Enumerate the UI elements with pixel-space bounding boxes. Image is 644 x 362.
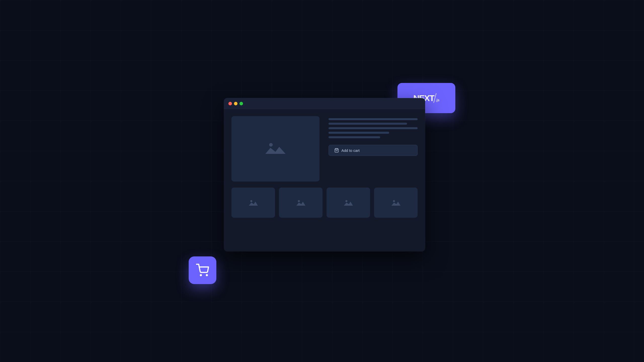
scene: NEXT .js bbox=[209, 93, 435, 269]
cart-badge-icon bbox=[196, 264, 209, 277]
thumbnail-4[interactable] bbox=[374, 188, 418, 218]
thumbnail-3-icon bbox=[344, 199, 353, 206]
traffic-light-green[interactable] bbox=[239, 102, 243, 105]
thumbnail-3[interactable] bbox=[327, 188, 370, 218]
product-text-lines bbox=[329, 118, 418, 138]
svg-point-0 bbox=[269, 143, 273, 147]
thumbnail-2-icon bbox=[296, 199, 305, 206]
svg-point-7 bbox=[206, 275, 207, 276]
svg-point-2 bbox=[250, 200, 252, 202]
cart-icon bbox=[334, 148, 339, 153]
product-info: Add to cart bbox=[329, 116, 418, 156]
thumbnail-4-icon bbox=[391, 199, 400, 206]
svg-point-5 bbox=[393, 200, 395, 202]
thumbnail-grid bbox=[231, 188, 418, 218]
svg-point-3 bbox=[298, 200, 300, 202]
svg-point-4 bbox=[345, 200, 347, 202]
product-section: Add to cart bbox=[231, 116, 418, 182]
traffic-light-red[interactable] bbox=[228, 102, 232, 105]
text-line-5 bbox=[329, 136, 380, 138]
cart-badge-button[interactable] bbox=[189, 256, 216, 284]
text-line-2 bbox=[329, 123, 407, 125]
nextjs-js-text: .js bbox=[436, 98, 440, 102]
thumbnail-1-icon bbox=[249, 199, 258, 206]
product-image-main bbox=[231, 116, 319, 182]
traffic-light-yellow[interactable] bbox=[234, 102, 237, 105]
text-line-3 bbox=[329, 127, 418, 129]
add-to-cart-button[interactable]: Add to cart bbox=[329, 145, 418, 156]
svg-point-6 bbox=[200, 275, 201, 276]
thumbnail-1[interactable] bbox=[231, 188, 275, 218]
browser-window: Add to cart bbox=[224, 98, 425, 251]
text-line-1 bbox=[329, 118, 418, 120]
browser-titlebar bbox=[224, 98, 425, 109]
thumbnail-2[interactable] bbox=[279, 188, 323, 218]
add-to-cart-label: Add to cart bbox=[341, 148, 360, 153]
product-image-placeholder-icon bbox=[265, 141, 286, 157]
text-line-4 bbox=[329, 132, 389, 134]
browser-content: Add to cart bbox=[224, 109, 425, 225]
